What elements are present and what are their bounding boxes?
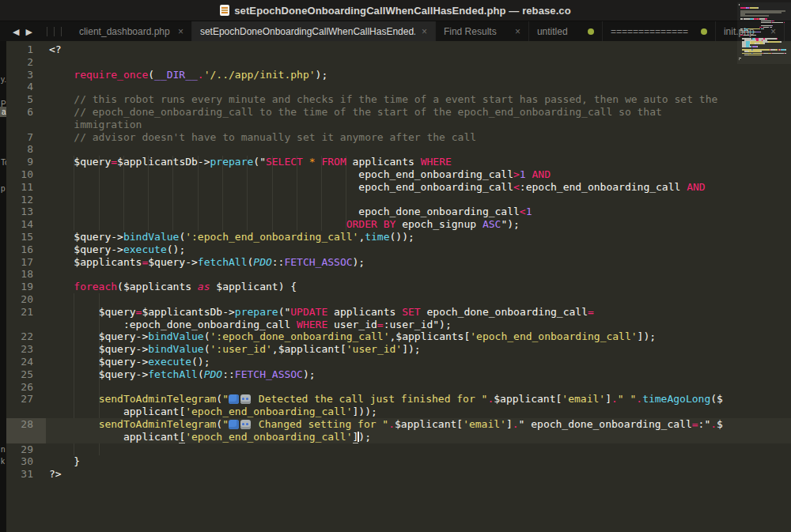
clipped-text-fragment: n [1,445,6,454]
window-title-bar: setEpochDoneOnboardingCallWhenCallHasEnd… [0,0,791,21]
code-row-line-1: <? [49,43,62,56]
code-row-line-7: // advisor doesn't have to manually set … [49,131,476,144]
clipped-text-fragment: a [0,107,6,117]
clipped-text-fragment: y. [1,75,6,84]
minimap-row [739,59,789,61]
line-number-6: 6 [6,106,33,119]
emoji-blue-square-icon [229,420,239,429]
code-row-line-28: sendToAdminTelegram(" Changed setting fo… [49,418,723,431]
minimap[interactable] [737,2,791,64]
code-row-line-3: require_once(__DIR__.'/../app/init.php')… [49,69,327,81]
modified-dot [588,28,594,35]
line-number-27: 27 [6,393,33,406]
line-number-13: 13 [6,206,33,218]
sublime-window: { "window": { "title": "setEpochDoneOnbo… [0,0,791,532]
code-row-line-22: $query->bindValue(':epoch_done_onboardin… [49,330,656,343]
code-row-line-11: epoch_end_onboarding_call<:epoch_end_onb… [49,181,706,194]
code-row-line-6-wrap: immigration [49,119,142,131]
emoji-blue-square-icon [229,394,239,404]
nav-forward-icon[interactable]: ▶ [25,27,32,37]
line-number-30: 30 [6,455,33,468]
code-row-line-31: ?> [49,468,62,481]
code-row-line-23: $query->bindValue(':user_id',$applicant[… [49,343,421,356]
tab-label: setEpochDoneOnboardingCallWhenCallHasEnd… [200,26,415,37]
tab-4[interactable]: ============== [603,21,716,42]
nav-back-icon[interactable]: ◀ [13,27,19,37]
tab-label: ============== [611,26,694,37]
line-number-24: 24 [6,356,33,368]
code-row-line-13: epoch_done_onboarding_call<1 [49,206,532,218]
code-row-line-16: $query->execute(); [49,243,185,256]
line-number-23: 23 [6,343,33,356]
line-number-11: 11 [6,181,33,194]
line-number-8: 8 [6,143,33,156]
code-row-line-17: $applicants=$query->fetchAll(PDO::FETCH_… [49,256,365,269]
line-number-19: 19 [6,281,33,293]
tab-bar: ◀ ▶ client_dashboard.php×setEpochDoneOnb… [0,21,791,42]
code-row-line-19: foreach($applicants as $applicant) { [49,281,297,293]
code-row-line-25: $query->fetchAll(PDO::FETCH_ASSOC); [49,368,316,381]
code-editor[interactable]: <?12 require_once(__DIR__.'/../app/init.… [6,41,791,532]
line-number-2: 2 [6,56,33,69]
code-row-line-6: // epoch_done_onboarding_call to the tim… [49,106,662,119]
line-number-16: 16 [6,243,33,256]
line-number-14: 14 [6,218,33,231]
code-row-line-24: $query->execute(); [49,356,210,368]
code-row-line-21: $query=$applicantsDb->prepare("UPDATE ap… [49,306,594,319]
code-row-line-10: epoch_end_onboarding_call>1 AND [49,168,551,181]
modified-dot [701,28,707,35]
line-number-29: 29 [6,443,33,456]
clipped-text-fragment: p [1,184,6,193]
code-row-line-5: // this robot runs every minute and chec… [49,93,717,106]
line-number-15: 15 [6,231,33,243]
line-number-10: 10 [6,168,33,181]
line-number-20: 20 [6,293,33,306]
line-number-18: 18 [6,268,33,281]
line-number-22: 22 [6,330,33,343]
code-row-line-15: $query->bindValue(':epoch_end_onboarding… [49,231,414,243]
emoji-robot-icon [240,394,251,404]
line-number-26: 26 [6,381,33,394]
line-number-4: 4 [6,81,33,93]
line-number-21: 21 [6,306,33,319]
line-number-28: 28 [6,418,33,431]
line-number-12: 12 [6,194,33,206]
clipped-text-fragment: k [1,457,5,466]
window-title: setEpochDoneOnboardingCallWhenCallHasEnd… [234,5,570,17]
code-row-line-27: sendToAdminTelegram(" Detected the call … [49,393,723,406]
line-number-5: 5 [6,93,33,106]
tab-2[interactable]: Find Results× [436,21,529,42]
code-row-line-30: } [49,455,80,468]
line-number-9: 9 [6,156,33,168]
clipped-text-fragment: To [1,158,6,167]
close-icon[interactable]: × [178,26,184,37]
close-icon[interactable]: × [422,26,427,37]
line-number-1: 1 [6,43,33,56]
code-row-line-14: ORDER BY epoch_signup ASC"); [49,218,520,231]
line-number-31: 31 [6,468,33,481]
line-number-17: 17 [6,256,33,269]
code-row-line-28-wrap: applicant['epoch_end_onboarding_call']); [49,431,371,443]
line-number-25: 25 [6,368,33,381]
line-number-3: 3 [6,69,33,81]
tab-label: untitled [537,26,581,37]
php-file-icon [220,5,229,16]
tab-group-divider [45,27,63,36]
close-icon[interactable]: × [515,26,520,37]
tab-1[interactable]: setEpochDoneOnboardingCallWhenCallHasEnd… [192,21,436,42]
line-number-7: 7 [6,131,33,144]
code-row-line-21-wrap: :epoch_done_onboarding_call WHERE user_i… [49,319,452,331]
tab-label: client_dashboard.php [79,26,172,37]
tab-3[interactable]: untitled [529,21,603,42]
emoji-robot-icon [240,420,251,429]
tab-label: Find Results [444,26,509,37]
code-row-line-9: $query=$applicantsDb->prepare("SELECT * … [49,156,452,168]
background-window-sliver: y.PaTopnk [0,41,6,532]
code-row-line-27-wrap: applicant['epoch_end_onboarding_call']))… [49,406,377,418]
tab-0[interactable]: client_dashboard.php× [71,21,192,42]
